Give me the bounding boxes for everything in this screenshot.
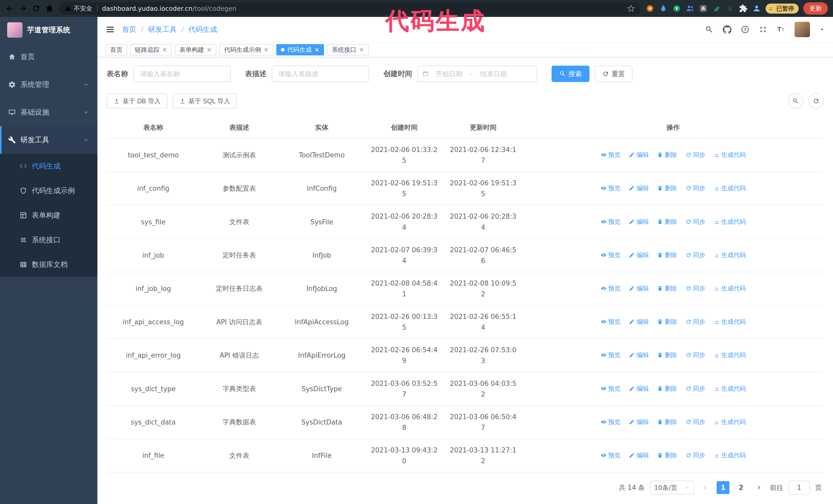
delete-link[interactable]: 删除 xyxy=(657,151,677,159)
preview-link[interactable]: 预览 xyxy=(600,318,620,326)
delete-link[interactable]: 删除 xyxy=(657,418,677,426)
tab-form-builder[interactable]: 表单构建× xyxy=(175,44,216,55)
extension-people-icon[interactable] xyxy=(686,4,694,13)
github-icon[interactable] xyxy=(723,25,732,34)
generate-code-link[interactable]: 生成代码 xyxy=(714,418,746,426)
edit-link[interactable]: 编辑 xyxy=(629,184,649,192)
sidebar-collapse-icon[interactable] xyxy=(105,25,115,34)
delete-link[interactable]: 删除 xyxy=(657,451,677,459)
edit-link[interactable]: 编辑 xyxy=(629,351,649,359)
date-range-picker[interactable]: - xyxy=(417,66,537,82)
refresh-table-button[interactable] xyxy=(808,93,824,109)
preview-link[interactable]: 预览 xyxy=(600,184,620,192)
generate-code-link[interactable]: 生成代码 xyxy=(714,184,746,192)
delete-link[interactable]: 删除 xyxy=(657,218,677,226)
generate-code-link[interactable]: 生成代码 xyxy=(714,218,746,226)
generate-code-link[interactable]: 生成代码 xyxy=(714,385,746,393)
preview-link[interactable]: 预览 xyxy=(600,418,620,426)
sidebar-item-db-docs[interactable]: 数据库文档 xyxy=(0,252,97,277)
edit-link[interactable]: 编辑 xyxy=(629,451,649,459)
preview-link[interactable]: 预览 xyxy=(600,385,620,393)
extension-leaf-icon[interactable] xyxy=(712,4,721,13)
bookmark-star-icon[interactable] xyxy=(627,5,635,12)
import-sql-button[interactable]: 基于 SQL 导入 xyxy=(172,94,237,109)
close-icon[interactable]: × xyxy=(263,47,269,53)
edit-link[interactable]: 编辑 xyxy=(629,151,649,159)
next-page-button[interactable] xyxy=(753,481,765,494)
sidebar-item-home[interactable]: 首页 xyxy=(0,43,97,71)
delete-link[interactable]: 删除 xyxy=(657,251,677,259)
edit-link[interactable]: 编辑 xyxy=(629,218,649,226)
table-desc-input[interactable] xyxy=(272,66,369,82)
sync-link[interactable]: 同步 xyxy=(685,184,705,192)
extension-green-v-icon[interactable] xyxy=(672,4,681,13)
sync-link[interactable]: 同步 xyxy=(685,151,705,159)
user-avatar[interactable] xyxy=(794,22,810,37)
tab-home[interactable]: 首页 xyxy=(105,44,127,55)
table-name-input[interactable] xyxy=(133,66,231,82)
browser-back-icon[interactable] xyxy=(5,4,14,13)
sidebar-item-infra[interactable]: 基础设施 xyxy=(0,98,97,126)
browser-profile-avatar[interactable] xyxy=(752,4,761,13)
generate-code-link[interactable]: 生成代码 xyxy=(714,318,746,326)
browser-refresh-icon[interactable] xyxy=(32,4,41,13)
breadcrumb-codegen[interactable]: 代码生成 xyxy=(188,25,217,34)
edit-link[interactable]: 编辑 xyxy=(629,284,649,292)
breadcrumb-devtools[interactable]: 研发工具 xyxy=(148,25,176,34)
close-icon[interactable]: × xyxy=(359,47,364,53)
preview-link[interactable]: 预览 xyxy=(600,451,620,459)
close-icon[interactable]: × xyxy=(162,47,167,53)
tab-codegen[interactable]: 代码生成× xyxy=(276,44,324,55)
extension-paw-icon[interactable] xyxy=(725,4,734,13)
preview-link[interactable]: 预览 xyxy=(600,284,620,292)
search-icon[interactable] xyxy=(705,25,714,34)
page-size-select[interactable]: 10条/页 xyxy=(650,481,694,495)
help-icon[interactable] xyxy=(741,25,749,34)
sidebar-item-devtools[interactable]: 研发工具 xyxy=(0,126,97,154)
sidebar-item-system[interactable]: 系统管理 xyxy=(0,71,97,98)
search-button[interactable]: 搜索 xyxy=(552,66,590,82)
breadcrumb-home[interactable]: 首页 xyxy=(122,25,136,34)
sidebar-item-codegen-example[interactable]: 代码生成示例 xyxy=(0,178,97,203)
delete-link[interactable]: 删除 xyxy=(657,385,677,393)
generate-code-link[interactable]: 生成代码 xyxy=(714,284,746,292)
extension-drop-icon[interactable] xyxy=(659,4,668,13)
delete-link[interactable]: 删除 xyxy=(657,318,677,326)
generate-code-link[interactable]: 生成代码 xyxy=(714,151,746,159)
prev-page-button[interactable] xyxy=(699,481,712,494)
sync-link[interactable]: 同步 xyxy=(685,451,705,459)
avatar-caret-icon[interactable] xyxy=(819,27,825,32)
generate-code-link[interactable]: 生成代码 xyxy=(714,351,746,359)
paused-badge[interactable]: 已暂停 xyxy=(766,4,799,14)
import-db-button[interactable]: 基于 DB 导入 xyxy=(106,94,167,109)
font-size-icon[interactable] xyxy=(777,25,785,34)
sync-link[interactable]: 同步 xyxy=(685,318,705,326)
tab-system-api[interactable]: 系统接口× xyxy=(327,44,368,55)
page-1-button[interactable]: 1 xyxy=(717,481,730,494)
generate-code-link[interactable]: 生成代码 xyxy=(714,451,746,459)
delete-link[interactable]: 删除 xyxy=(657,284,677,292)
address-bar[interactable]: 不安全 dashboard.yudao.iocoder.cn/tool/code… xyxy=(58,2,641,15)
close-icon[interactable]: × xyxy=(207,47,212,53)
preview-link[interactable]: 预览 xyxy=(600,351,620,359)
browser-home-icon[interactable] xyxy=(45,4,54,13)
sync-link[interactable]: 同步 xyxy=(685,284,705,292)
tab-tracing[interactable]: 链路追踪× xyxy=(130,44,172,55)
goto-page-input[interactable] xyxy=(788,481,810,495)
sync-link[interactable]: 同步 xyxy=(685,418,705,426)
edit-link[interactable]: 编辑 xyxy=(629,318,649,326)
extension-orange-icon[interactable] xyxy=(646,4,654,13)
fullscreen-icon[interactable] xyxy=(759,25,767,34)
browser-update-button[interactable]: 更新 xyxy=(803,2,828,15)
sidebar-item-form-builder[interactable]: 表单构建 xyxy=(0,203,97,227)
preview-link[interactable]: 预览 xyxy=(600,251,620,259)
edit-link[interactable]: 编辑 xyxy=(629,251,649,259)
page-2-button[interactable]: 2 xyxy=(735,481,747,494)
extensions-puzzle-icon[interactable] xyxy=(739,4,748,13)
sync-link[interactable]: 同步 xyxy=(685,385,705,393)
end-date-input[interactable] xyxy=(473,70,514,78)
generate-code-link[interactable]: 生成代码 xyxy=(714,251,746,259)
sync-link[interactable]: 同步 xyxy=(685,218,705,226)
delete-link[interactable]: 删除 xyxy=(657,351,677,359)
tab-codegen-example[interactable]: 代码生成示例× xyxy=(219,44,273,55)
